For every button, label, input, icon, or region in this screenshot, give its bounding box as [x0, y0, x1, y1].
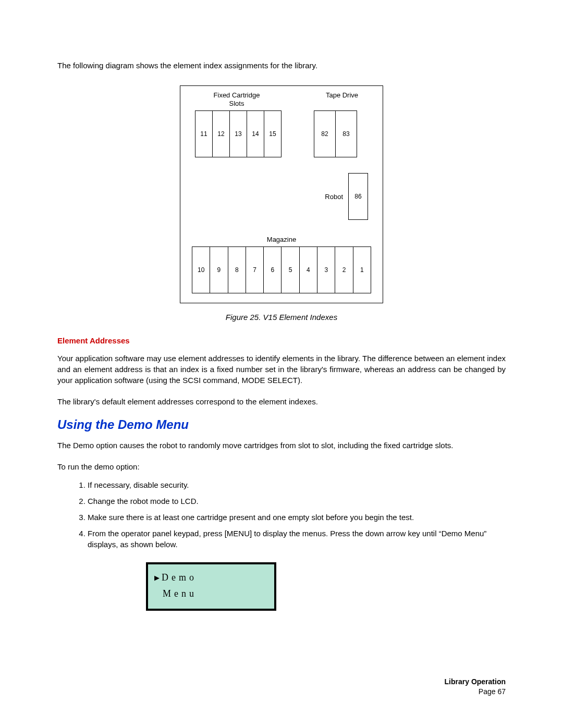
demo-paragraph-2: To run the demo option:	[57, 461, 506, 472]
diagram-container: Fixed Cartridge Slots Tape Drive 11 12 1…	[57, 85, 506, 303]
demo-paragraph-1: The Demo option causes the robot to rand…	[57, 440, 506, 451]
magazine-cell: 8	[228, 247, 246, 293]
magazine-cell: 6	[264, 247, 282, 293]
magazine-cell: 1	[353, 247, 371, 293]
figure-caption: Figure 25. V15 Element Indexes	[57, 313, 506, 322]
demo-step: Change the robot mode to LCD.	[88, 496, 506, 507]
magazine-cell: 7	[246, 247, 264, 293]
demo-step: From the operator panel keypad, press [M…	[88, 528, 506, 550]
page-footer: Library Operation Page 67	[445, 677, 506, 697]
tape-drive-slots: 82 83	[314, 110, 357, 157]
magazine-cell: 4	[300, 247, 317, 293]
lcd-display-container: ▶Demo Menu	[146, 562, 506, 611]
slot-cell: 11	[195, 111, 213, 157]
lcd-line-2: Menu	[154, 586, 268, 602]
using-demo-menu-heading: Using the Demo Menu	[57, 417, 506, 432]
tape-drive-label: Tape Drive	[316, 91, 368, 107]
slot-cell: 13	[230, 111, 247, 157]
lcd-line-1-text: Demo	[162, 572, 197, 583]
intro-paragraph: The following diagram shows the element …	[57, 60, 506, 71]
tape-cell: 83	[336, 111, 357, 157]
tape-cell: 82	[314, 111, 336, 157]
magazine-label: Magazine	[190, 236, 373, 243]
fixed-cartridge-label: Fixed Cartridge Slots	[190, 91, 284, 107]
magazine-cell: 5	[282, 247, 299, 293]
robot-label: Robot	[325, 193, 343, 201]
arrow-right-icon: ▶	[154, 572, 160, 584]
magazine-cell: 10	[192, 247, 210, 293]
slot-cell: 14	[247, 111, 264, 157]
fixed-cartridge-slots: 11 12 13 14 15	[195, 110, 282, 157]
element-addresses-paragraph-2: The library's default element addresses …	[57, 396, 506, 407]
demo-step: If necessary, disable security.	[88, 479, 506, 490]
magazine-slots: 10 9 8 7 6 5 4 3 2 1	[192, 246, 371, 293]
magazine-cell: 2	[335, 247, 353, 293]
robot-cell: 86	[348, 173, 368, 220]
slot-cell: 12	[213, 111, 230, 157]
slot-cell: 15	[264, 111, 281, 157]
footer-chapter: Library Operation	[445, 677, 506, 687]
element-index-diagram: Fixed Cartridge Slots Tape Drive 11 12 1…	[180, 85, 383, 303]
magazine-cell: 9	[210, 247, 228, 293]
demo-step: Make sure there is at least one cartridg…	[88, 512, 506, 523]
demo-steps-list: If necessary, disable security. Change t…	[57, 479, 506, 550]
footer-page-number: Page 67	[445, 687, 506, 697]
element-addresses-paragraph-1: Your application software may use elemen…	[57, 353, 506, 386]
magazine-cell: 3	[317, 247, 335, 293]
lcd-line-1: ▶Demo	[154, 570, 268, 586]
element-addresses-heading: Element Addresses	[57, 336, 506, 345]
document-page: The following diagram shows the element …	[0, 0, 563, 728]
lcd-display: ▶Demo Menu	[146, 562, 276, 611]
